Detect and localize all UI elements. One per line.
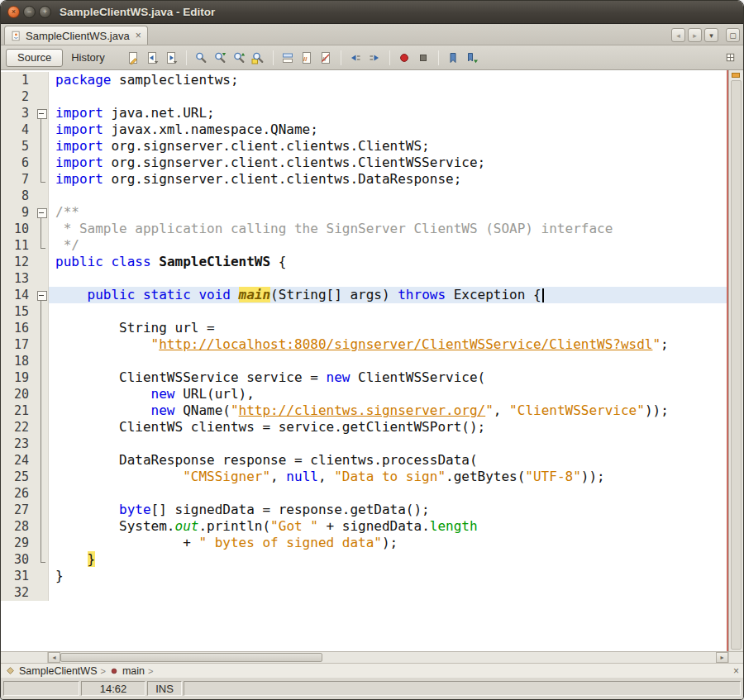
scroll-left-arrow-icon[interactable]: ◂ — [48, 652, 60, 663]
code-line[interactable]: 28 System.out.println("Got " + signedDat… — [1, 518, 727, 535]
history-view-button[interactable]: History — [63, 49, 112, 67]
code-text[interactable]: public static void main(String[] args) t… — [49, 287, 727, 303]
line-number[interactable]: 15 — [1, 303, 34, 320]
code-text[interactable] — [49, 188, 727, 204]
tab-sampleclientws[interactable]: SampleClientWS.java × — [4, 26, 148, 45]
line-number[interactable]: 25 — [1, 469, 34, 485]
find-next-icon[interactable] — [212, 49, 229, 66]
shift-right-icon[interactable] — [366, 49, 384, 66]
line-number[interactable]: 30 — [1, 551, 34, 568]
line-number[interactable]: 23 — [1, 436, 34, 452]
gutter[interactable]: 30 — [1, 551, 49, 568]
code-text[interactable]: ClientWS clientws = service.getClientWSP… — [49, 419, 727, 436]
code-text[interactable]: /** — [49, 204, 727, 221]
code-text[interactable] — [49, 270, 727, 287]
code-line[interactable]: 3import java.net.URL; — [1, 105, 727, 121]
next-bookmark-icon[interactable] — [464, 49, 481, 66]
gutter[interactable]: 21 — [1, 402, 49, 419]
line-number[interactable]: 5 — [1, 138, 34, 155]
gutter[interactable]: 13 — [1, 270, 49, 287]
error-stripe-caret-mark[interactable] — [732, 73, 740, 78]
toolbar-options-icon[interactable] — [724, 51, 737, 64]
code-line[interactable]: 30 } — [1, 551, 727, 568]
code-text[interactable] — [49, 303, 727, 320]
horizontal-scrollbar-track[interactable] — [60, 652, 716, 663]
code-text[interactable] — [49, 353, 727, 369]
gutter[interactable]: 24 — [1, 452, 49, 469]
line-number[interactable]: 32 — [1, 584, 34, 601]
gutter[interactable]: 31 — [1, 568, 49, 584]
gutter[interactable]: 9 — [1, 204, 49, 221]
gutter[interactable]: 18 — [1, 353, 49, 369]
line-number[interactable]: 16 — [1, 320, 34, 336]
gutter[interactable]: 4 — [1, 121, 49, 138]
line-number[interactable]: 20 — [1, 386, 34, 402]
line-number[interactable]: 8 — [1, 188, 34, 204]
fold-toggle-icon[interactable] — [34, 287, 48, 303]
code-text[interactable]: new QName("http://clientws.signserver.or… — [49, 402, 727, 419]
line-number[interactable]: 17 — [1, 336, 34, 353]
code-text[interactable]: */ — [49, 237, 727, 254]
gutter[interactable]: 10 — [1, 221, 49, 237]
source-view-button[interactable]: Source — [6, 49, 63, 67]
code-text[interactable]: import java.net.URL; — [49, 105, 727, 121]
code-line[interactable]: 25 "CMSSigner", null, "Data to sign".get… — [1, 469, 727, 485]
code-text[interactable]: + " bytes of signed data"); — [49, 535, 727, 551]
gutter[interactable]: 1 — [1, 72, 49, 88]
gutter[interactable]: 6 — [1, 155, 49, 171]
code-line[interactable]: 1package sampleclientws; — [1, 72, 727, 88]
code-text[interactable]: "http://localhost:8080/signserver/Client… — [49, 336, 727, 353]
shift-left-icon[interactable] — [347, 49, 365, 66]
code-line[interactable]: 17 "http://localhost:8080/signserver/Cli… — [1, 336, 727, 353]
line-number[interactable]: 11 — [1, 237, 34, 254]
gutter[interactable]: 23 — [1, 436, 49, 452]
window-maximize-button[interactable]: + — [39, 6, 51, 18]
line-number[interactable]: 29 — [1, 535, 34, 551]
code-line[interactable]: 32 — [1, 584, 727, 601]
gutter[interactable]: 20 — [1, 386, 49, 402]
line-number[interactable]: 9 — [1, 204, 34, 221]
line-number[interactable]: 6 — [1, 155, 34, 171]
horizontal-scrollbar-thumb[interactable] — [60, 653, 322, 662]
code-text[interactable]: import org.signserver.client.clientws.Da… — [49, 171, 727, 188]
code-line[interactable]: 14 public static void main(String[] args… — [1, 287, 727, 303]
code-line[interactable]: 4import javax.xml.namespace.QName; — [1, 121, 727, 138]
code-line[interactable]: 23 — [1, 436, 727, 452]
code-text[interactable]: System.out.println("Got " + signedData.l… — [49, 518, 727, 535]
gutter[interactable]: 16 — [1, 320, 49, 336]
code-line[interactable]: 18 — [1, 353, 727, 369]
code-text[interactable]: } — [49, 568, 727, 584]
code-line[interactable]: 6import org.signserver.client.clientws.C… — [1, 155, 727, 171]
code-line[interactable]: 21 new QName("http://clientws.signserver… — [1, 402, 727, 419]
code-line[interactable]: 31} — [1, 568, 727, 584]
gutter[interactable]: 27 — [1, 502, 49, 518]
jump-back-icon[interactable] — [144, 49, 161, 66]
scroll-tabs-left-button[interactable]: ◂ — [671, 28, 685, 42]
window-minimize-button[interactable]: − — [23, 6, 36, 18]
line-number[interactable]: 21 — [1, 402, 34, 419]
code-lines[interactable]: 1package sampleclientws;23import java.ne… — [1, 70, 728, 651]
code-line[interactable]: 19 ClientWSService service = new ClientW… — [1, 369, 727, 386]
toggle-bookmark-icon[interactable] — [445, 49, 462, 66]
vertical-scrollbar[interactable] — [728, 70, 743, 651]
vertical-scrollbar-thumb[interactable] — [731, 80, 742, 650]
code-line[interactable]: 7import org.signserver.client.clientws.D… — [1, 171, 727, 188]
code-text[interactable] — [49, 436, 727, 452]
fold-toggle-icon[interactable] — [34, 204, 48, 221]
last-edited-icon[interactable] — [125, 49, 142, 66]
line-number[interactable]: 3 — [1, 105, 34, 121]
start-macro-icon[interactable] — [396, 49, 413, 66]
code-text[interactable]: String url = — [49, 320, 727, 336]
code-text[interactable]: new URL(url), — [49, 386, 727, 402]
code-text[interactable] — [49, 88, 727, 105]
code-line[interactable]: 22 ClientWS clientws = service.getClient… — [1, 419, 727, 436]
code-line[interactable]: 26 — [1, 485, 727, 502]
gutter[interactable]: 3 — [1, 105, 49, 121]
gutter[interactable]: 29 — [1, 535, 49, 551]
gutter[interactable]: 14 — [1, 287, 49, 303]
tab-list-button[interactable]: ▾ — [704, 28, 718, 42]
code-line[interactable]: 9/** — [1, 204, 727, 221]
code-text[interactable]: import org.signserver.client.clientws.Cl… — [49, 138, 727, 155]
code-text[interactable]: public class SampleClientWS { — [49, 254, 727, 270]
code-text[interactable]: package sampleclientws; — [49, 72, 727, 88]
